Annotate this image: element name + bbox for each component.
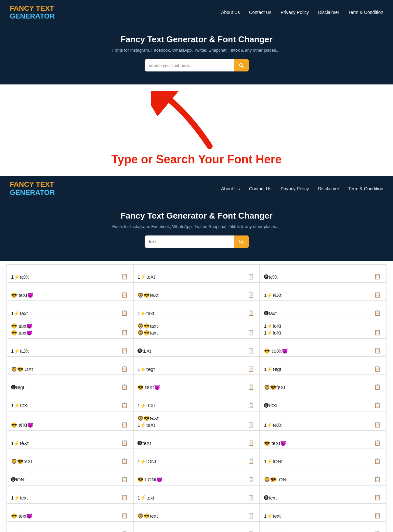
copy-button[interactable]: 📋 (120, 475, 129, 483)
copy-button[interactable]: 📋 (246, 457, 255, 465)
result-item[interactable]: 1⚡taxt📋 (7, 301, 133, 319)
copy-button[interactable]: 📋 (120, 494, 129, 501)
copy-button[interactable]: 📋 (246, 365, 255, 373)
copy-button[interactable]: 📋 (120, 365, 129, 373)
result-item[interactable]: 1⚡lONt📋 (260, 449, 386, 467)
search-input-1[interactable] (145, 60, 234, 71)
copy-button[interactable]: 📋 (373, 439, 382, 447)
copy-button[interactable]: 📋 (120, 421, 129, 428)
result-item[interactable]: 🅑teXt📋 (260, 264, 386, 283)
result-item[interactable]: 🅑tɇgt📋 (7, 375, 133, 393)
result-item[interactable]: 1⚡t€Xt📋 (133, 393, 260, 411)
copy-button[interactable]: 📋 (373, 347, 382, 354)
result-item[interactable]: 😎 t♨Xt😈📋 (260, 338, 386, 357)
nav2-term-condition[interactable]: Term & Condition (348, 186, 383, 191)
result-item[interactable]: 😎 LONt😈📋 (133, 467, 260, 485)
result-item[interactable]: 1⚡text📋 (133, 485, 260, 503)
copy-button[interactable]: 📋 (246, 309, 255, 317)
copy-button[interactable]: 📋 (373, 475, 382, 483)
copy-button[interactable]: 📋 (373, 530, 382, 532)
result-item[interactable]: 1⚡text📋 (260, 503, 386, 522)
result-item[interactable]: 🅑text📋 (133, 522, 260, 532)
search-input-2[interactable] (145, 236, 234, 247)
result-item[interactable]: 1⚡loXt 1⚡loXt📋 (260, 319, 386, 338)
copy-button[interactable]: 📋 (373, 365, 382, 373)
result-item[interactable]: 🦁😎text📋 (133, 503, 260, 522)
result-item[interactable]: 1⚡text📋 (7, 485, 133, 503)
copy-button[interactable]: 📋 (246, 475, 255, 483)
result-item[interactable]: 1⚡tèXt📋 (7, 431, 133, 449)
nav-about-us[interactable]: About Us (221, 10, 240, 15)
result-item[interactable]: 1⚡tLXt📋 (7, 338, 133, 357)
nav2-about-us[interactable]: About Us (221, 186, 240, 191)
copy-button[interactable]: 📋 (246, 530, 255, 532)
copy-button[interactable]: 📋 (373, 309, 382, 317)
copy-button[interactable]: 📋 (246, 329, 255, 336)
copy-button[interactable]: 📋 (120, 383, 129, 391)
copy-button[interactable]: 📋 (246, 421, 255, 428)
copy-button[interactable]: 📋 (120, 457, 129, 465)
nav2-contact-us[interactable]: Contact Us (249, 186, 271, 191)
copy-button[interactable]: 📋 (120, 439, 129, 447)
nav-contact-us[interactable]: Contact Us (249, 10, 271, 15)
result-item[interactable]: 😎 t€Xt😈📋 (7, 411, 133, 431)
copy-button[interactable]: 📋 (120, 309, 129, 317)
result-item[interactable]: 🦁😎fɇXt📋 (260, 375, 386, 393)
nav2-disclaimer[interactable]: Disclaimer (318, 186, 339, 191)
search-button-1[interactable] (234, 59, 249, 71)
nav-disclaimer[interactable]: Disclaimer (318, 10, 339, 15)
result-item[interactable]: 1⚡tɇgt📋 (133, 357, 260, 375)
result-item[interactable]: 😎 tèXt😈📋 (260, 431, 386, 449)
copy-button[interactable]: 📋 (373, 421, 382, 428)
copy-button[interactable]: 📋 (246, 383, 255, 391)
result-item[interactable]: 🦁😎tèXt📋 (7, 449, 133, 467)
result-item[interactable]: 1⚡text📋 (7, 522, 133, 532)
copy-button[interactable]: 📋 (246, 439, 255, 447)
copy-button[interactable]: 📋 (373, 291, 382, 298)
result-item[interactable]: 🦁😎LONt📋 (260, 467, 386, 485)
copy-button[interactable]: 📋 (120, 512, 129, 519)
copy-button[interactable]: 📋 (373, 273, 382, 280)
result-item[interactable]: 🦁😎t€Xt 1⚡teXt📋 (133, 411, 260, 431)
result-item[interactable]: 😎 taxt😈 😎 taxt😈📋 (7, 319, 133, 338)
copy-button[interactable]: 📋 (373, 401, 382, 409)
result-item[interactable]: 🦁😎teXt📋 (133, 283, 260, 301)
result-item[interactable]: 1⚡t€Xt📋 (260, 283, 386, 301)
result-item[interactable]: 🅑t€Xt📋 (260, 393, 386, 411)
result-item[interactable]: 🅑lONt📋 (7, 467, 133, 485)
result-item[interactable]: 1⚡teXt📋 (260, 411, 386, 431)
copy-button[interactable]: 📋 (246, 512, 255, 519)
nav-term-condition[interactable]: Term & Condition (348, 10, 383, 15)
result-item[interactable]: 1⚡teXt📋 (133, 264, 260, 283)
copy-button[interactable]: 📋 (373, 457, 382, 465)
result-item[interactable]: 1⚡t€Xt📋 (7, 393, 133, 411)
result-item[interactable]: 😎 teXt😈📋 (7, 283, 133, 301)
copy-button[interactable]: 📋 (120, 347, 129, 354)
result-item[interactable]: 🅑tèXt📋 (133, 431, 260, 449)
copy-button[interactable]: 📋 (373, 512, 382, 519)
copy-button[interactable]: 📋 (373, 494, 382, 501)
copy-button[interactable]: 📋 (373, 329, 382, 336)
copy-button[interactable]: 📋 (246, 347, 255, 354)
copy-button[interactable]: 📋 (373, 383, 382, 391)
result-item[interactable]: 1⚡taxt📋 (133, 301, 260, 319)
result-item[interactable]: 🅑taxt📋 (260, 301, 386, 319)
result-item[interactable]: 😎 fɇXt😈📋 (133, 375, 260, 393)
result-item[interactable]: 1⚡lONt📋 (133, 449, 260, 467)
copy-button[interactable]: 📋 (120, 291, 129, 298)
copy-button[interactable]: 📋 (246, 273, 255, 280)
copy-button[interactable]: 📋 (120, 273, 129, 280)
nav2-privacy-policy[interactable]: Privacy Policy (281, 186, 309, 191)
result-item[interactable]: 😎 text😈📋 (260, 522, 386, 532)
search-button-2[interactable] (234, 235, 249, 248)
result-item[interactable]: 🅑text📋 (260, 485, 386, 503)
result-item[interactable]: 😎 text😈📋 (7, 503, 133, 522)
result-item[interactable]: 🦁😎taxt 🦁😎taxt📋 (133, 319, 260, 338)
nav-privacy-policy[interactable]: Privacy Policy (281, 10, 309, 15)
copy-button[interactable]: 📋 (246, 291, 255, 298)
result-item[interactable]: 🅑tLXt📋 (133, 338, 260, 357)
copy-button[interactable]: 📋 (120, 401, 129, 409)
copy-button[interactable]: 📋 (246, 401, 255, 409)
copy-button[interactable]: 📋 (120, 329, 129, 336)
result-item[interactable]: 🦁😎lOXt📋 (7, 357, 133, 375)
